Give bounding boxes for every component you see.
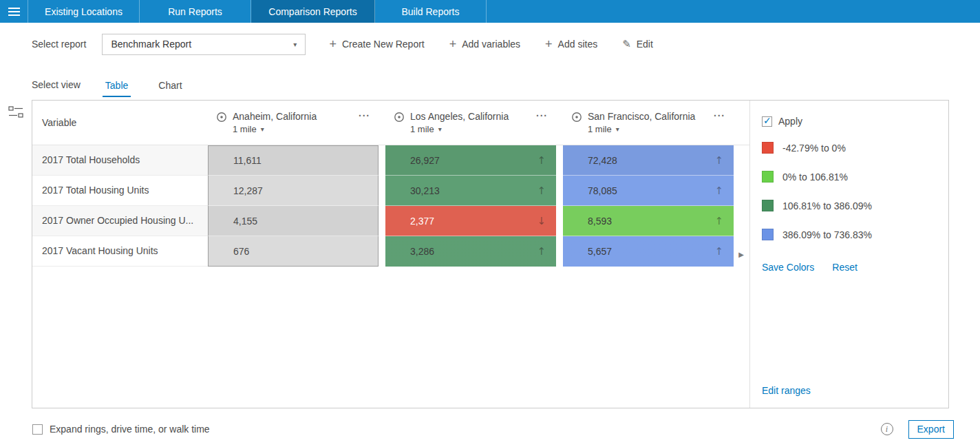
chevron-down-icon: ▾	[616, 125, 619, 133]
add-variables-label: Add variables	[462, 39, 520, 50]
legend-range-label: 0% to 106.81%	[782, 171, 848, 183]
chevron-down-icon: ▾	[438, 125, 442, 133]
variable-column-header: Variable	[32, 101, 208, 145]
table-body: 2017 Total Households11,61126,927↑72,428…	[32, 145, 749, 267]
color-swatch[interactable]	[762, 171, 774, 183]
chevron-down-icon: ▾	[293, 41, 297, 48]
cell-value: 26,927	[385, 155, 440, 166]
column-menu-icon[interactable]: ···	[714, 110, 725, 121]
cell-value: 676	[209, 246, 249, 257]
report-dropdown[interactable]: Benchmark Report ▾	[102, 34, 306, 55]
cell-value: 78,085	[563, 185, 617, 196]
save-colors-link[interactable]: Save Colors	[762, 262, 814, 273]
down-arrow-icon: ↓	[537, 215, 556, 227]
value-cell[interactable]: 5,657↑	[563, 236, 734, 267]
edit-report-button[interactable]: ✎ Edit	[622, 33, 653, 55]
up-arrow-icon: ↑	[714, 185, 734, 197]
value-cell[interactable]: 2,377↓	[385, 206, 556, 236]
ring-selector[interactable]: 1 mile▾	[410, 124, 509, 134]
export-button[interactable]: Export	[908, 420, 954, 439]
plus-icon: +	[329, 38, 337, 50]
variable-cell: 2017 Total Households	[32, 145, 208, 176]
app-root: Existing LocationsRun ReportsComparison …	[0, 0, 980, 439]
value-cell[interactable]: 4,155	[208, 206, 379, 236]
top-tab-run-reports[interactable]: Run Reports	[140, 0, 251, 23]
view-switch: Select view TableChart	[0, 65, 980, 97]
plus-icon: +	[449, 38, 457, 50]
value-cell[interactable]: 3,286↑	[385, 236, 556, 267]
cell-value: 72,428	[563, 155, 617, 166]
legend-links: Save Colors Reset	[762, 262, 937, 273]
ring-label: 1 mile	[233, 124, 257, 134]
select-report-label: Select report	[32, 39, 86, 50]
cell-value: 8,593	[563, 216, 612, 227]
cell-value: 3,286	[385, 246, 434, 257]
top-tab-comparison-reports[interactable]: Comparison Reports	[251, 0, 375, 23]
add-sites-button[interactable]: + Add sites	[545, 33, 597, 55]
column-menu-icon[interactable]: ···	[536, 110, 548, 121]
variable-cell: 2017 Total Housing Units	[32, 176, 208, 206]
legend-range-item: 106.81% to 386.09%	[762, 200, 937, 211]
ring-label: 1 mile	[588, 124, 612, 134]
variable-cell: 2017 Vacant Housing Units	[32, 236, 208, 267]
view-tab-chart[interactable]: Chart	[156, 80, 184, 97]
table-row: 2017 Owner Occupied Housing U...4,1552,3…	[32, 206, 749, 236]
add-sites-label: Add sites	[558, 39, 598, 50]
select-view-label: Select view	[32, 79, 81, 97]
cell-value: 12,287	[209, 185, 263, 196]
table-row: 2017 Total Housing Units12,28730,213↑78,…	[32, 176, 749, 206]
rings-icon	[394, 112, 405, 125]
info-icon[interactable]: i	[881, 423, 893, 435]
legend-range-item: 386.09% to 736.83%	[762, 229, 937, 240]
color-swatch[interactable]	[762, 229, 774, 240]
plus-icon: +	[545, 38, 553, 50]
report-toolbar: Select report Benchmark Report ▾ + Creat…	[0, 23, 980, 65]
add-variables-button[interactable]: + Add variables	[449, 33, 520, 55]
up-arrow-icon: ↑	[537, 154, 556, 167]
apply-row: Apply	[762, 116, 937, 127]
column-city-label: Los Angeles, California	[410, 111, 509, 122]
ring-selector[interactable]: 1 mile▾	[233, 124, 317, 134]
value-cell[interactable]: 8,593↑	[563, 206, 734, 236]
legend-range-label: 106.81% to 386.09%	[782, 200, 872, 211]
color-swatch[interactable]	[762, 142, 774, 154]
reset-link[interactable]: Reset	[832, 262, 858, 273]
legend-range-item: 0% to 106.81%	[762, 171, 937, 183]
value-cell[interactable]: 676	[208, 236, 379, 267]
collapse-panel-arrow-icon[interactable]: ▶	[738, 251, 744, 258]
view-tab-table[interactable]: Table	[103, 80, 131, 97]
expand-rings-checkbox[interactable]	[32, 424, 43, 435]
value-cell[interactable]: 78,085↑	[563, 176, 734, 206]
value-cell[interactable]: 12,287	[208, 176, 379, 206]
apply-checkbox[interactable]	[762, 116, 772, 127]
up-arrow-icon: ↑	[714, 215, 734, 227]
reorder-columns-icon[interactable]	[8, 105, 23, 122]
up-arrow-icon: ↑	[714, 154, 734, 167]
legend-panel: Apply -42.79% to 0%0% to 106.81%106.81% …	[750, 101, 948, 408]
cell-value: 30,213	[385, 185, 440, 196]
legend-ranges: -42.79% to 0%0% to 106.81%106.81% to 386…	[762, 142, 937, 240]
comparison-table: Variable Anaheim, California1 mile▾···Lo…	[32, 101, 749, 408]
menu-icon[interactable]	[0, 0, 28, 23]
color-swatch[interactable]	[762, 200, 774, 211]
value-cell[interactable]: 30,213↑	[385, 176, 556, 206]
column-menu-icon[interactable]: ···	[359, 110, 370, 121]
create-new-report-button[interactable]: + Create New Report	[329, 33, 424, 55]
cell-value: 2,377	[385, 216, 434, 227]
left-gutter	[0, 100, 32, 408]
up-arrow-icon: ↑	[714, 245, 734, 258]
column-city-label: San Francisco, California	[588, 111, 695, 122]
content-row: Variable Anaheim, California1 mile▾···Lo…	[0, 100, 980, 408]
top-tab-build-reports[interactable]: Build Reports	[375, 0, 487, 23]
ring-selector[interactable]: 1 mile▾	[588, 124, 695, 134]
value-cell[interactable]: 26,927↑	[385, 145, 556, 176]
ring-label: 1 mile	[410, 124, 434, 134]
edit-ranges-link[interactable]: Edit ranges	[762, 385, 811, 396]
legend-range-label: 386.09% to 736.83%	[782, 229, 872, 240]
value-cell[interactable]: 72,428↑	[563, 145, 734, 176]
chevron-down-icon: ▾	[261, 125, 264, 133]
value-cell[interactable]: 11,611	[208, 145, 379, 176]
comparison-panel: Variable Anaheim, California1 mile▾···Lo…	[32, 100, 949, 408]
top-tab-existing-locations[interactable]: Existing Locations	[28, 0, 140, 23]
legend-range-label: -42.79% to 0%	[782, 143, 846, 154]
